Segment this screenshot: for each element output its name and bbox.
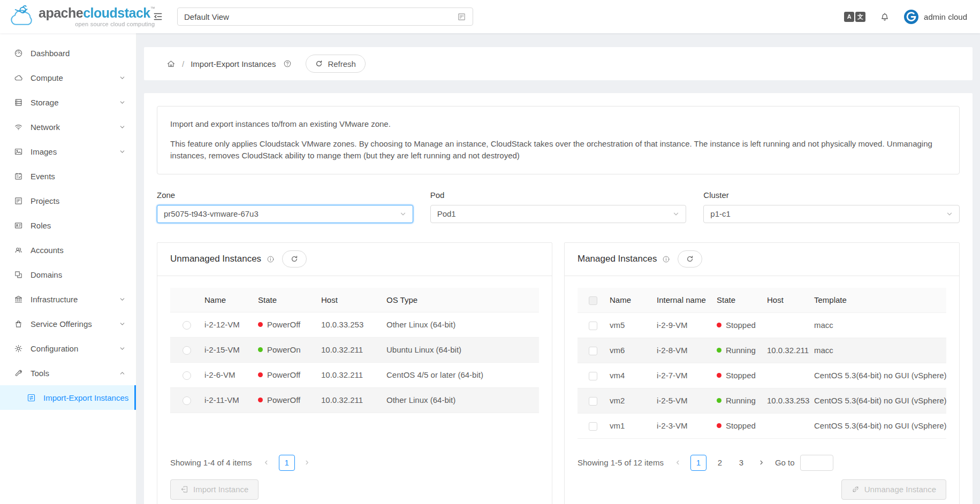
user-menu[interactable]: admin cloud: [904, 10, 967, 24]
page-button-2[interactable]: 2: [712, 455, 728, 471]
cell-os-type: Other Linux (64-bit): [382, 387, 539, 413]
sidebar-item-label: Accounts: [31, 246, 127, 255]
row-checkbox[interactable]: [589, 322, 597, 330]
cell-os-type: CentOS 4/5 or later (64-bit): [382, 362, 539, 387]
feature-description: Import and export instances to/from an e…: [157, 106, 960, 174]
page-button-1[interactable]: 1: [279, 455, 295, 471]
unmanaged-refresh-button[interactable]: [282, 250, 307, 268]
state-dot: [258, 372, 263, 377]
sidebar-item-service-offerings[interactable]: Service Offerings: [0, 311, 136, 336]
row-checkbox[interactable]: [589, 347, 597, 355]
bell-icon[interactable]: [879, 11, 890, 22]
sidebar-item-tools[interactable]: Tools: [0, 361, 136, 385]
chevron-up-icon: [119, 370, 125, 376]
table-row[interactable]: vm2 i-2-5-VM Running 10.0.33.253 CentOS …: [578, 388, 946, 413]
translate-icon[interactable]: A 文: [844, 12, 865, 22]
prev-page-button[interactable]: [671, 455, 685, 470]
select-all-checkbox[interactable]: [589, 296, 597, 305]
cell-os-type: Ubuntu Linux (64-bit): [382, 337, 539, 362]
translate-glyph-a: A: [844, 12, 854, 22]
page-button-3[interactable]: 3: [733, 455, 749, 471]
column-header-host: Host: [763, 288, 810, 313]
sidebar-item-import-export-instances[interactable]: Import-Export Instances: [0, 385, 136, 410]
sidebar-item-label: Dashboard: [31, 49, 127, 58]
sidebar-item-projects[interactable]: Projects: [0, 188, 136, 213]
row-checkbox[interactable]: [589, 397, 597, 406]
sidebar-item-images[interactable]: Images: [0, 139, 136, 164]
page-button-1[interactable]: 1: [690, 455, 706, 471]
table-row[interactable]: i-2-15-VM PowerOn 10.0.32.211 Ubuntu Lin…: [170, 337, 539, 362]
managed-pagination: Showing 1-5 of 12 items 1 2 3 Go to: [578, 455, 946, 471]
sidebar-item-dashboard[interactable]: Dashboard: [0, 41, 136, 65]
cell-host: 10.0.33.253: [763, 388, 810, 413]
table-row[interactable]: vm6 i-2-8-VM Running 10.0.32.211 macc: [578, 338, 946, 363]
sidebar-item-roles[interactable]: Roles: [0, 213, 136, 238]
top-bar: apachecloudstack™ open source cloud comp…: [0, 0, 980, 33]
row-radio[interactable]: [183, 396, 191, 405]
unmanage-instance-button[interactable]: Unmanage Instance: [841, 479, 946, 500]
managed-refresh-button[interactable]: [678, 250, 702, 268]
chevron-down-icon: [946, 211, 953, 217]
pod-field: Pod Pod1: [430, 190, 687, 223]
row-checkbox[interactable]: [589, 422, 597, 431]
table-row[interactable]: i-2-12-VM PowerOff 10.0.33.253 Other Lin…: [170, 312, 539, 337]
sidebar: Dashboard Compute Storage: [0, 33, 136, 504]
brand-apache: apache: [39, 5, 83, 20]
sidebar-item-storage[interactable]: Storage: [0, 90, 136, 114]
next-page-button[interactable]: [755, 455, 769, 470]
cell-name: i-2-15-VM: [200, 337, 254, 362]
sidebar-item-label: Compute: [31, 73, 112, 82]
goto-page-input[interactable]: [800, 455, 833, 471]
sidebar-item-domains[interactable]: Domains: [0, 262, 136, 287]
sidebar-item-label: Domains: [31, 270, 127, 279]
chevron-down-icon: [119, 124, 125, 130]
info-circle-icon[interactable]: [267, 255, 275, 263]
table-row[interactable]: vm1 i-2-3-VM Stopped CentOS 5.3(64-bit) …: [578, 413, 946, 438]
sidebar-item-accounts[interactable]: Accounts: [0, 238, 136, 262]
row-radio[interactable]: [183, 346, 191, 355]
prev-page-button[interactable]: [260, 455, 274, 470]
table-row[interactable]: vm5 i-2-9-VM Stopped macc: [578, 312, 946, 338]
row-radio[interactable]: [183, 321, 191, 330]
breadcrumb: / Import-Export Instances Refresh: [144, 47, 973, 80]
import-instance-button[interactable]: Import Instance: [170, 479, 259, 500]
table-row[interactable]: i-2-6-VM PowerOff 10.0.32.211 CentOS 4/5…: [170, 362, 539, 387]
sidebar-item-label: Network: [31, 123, 112, 132]
sidebar-item-configuration[interactable]: Configuration: [0, 336, 136, 361]
home-icon[interactable]: [166, 59, 176, 68]
pagination-summary: Showing 1-4 of 4 items: [170, 458, 252, 467]
row-radio[interactable]: [183, 371, 191, 380]
cell-name: vm2: [605, 388, 652, 413]
table-row[interactable]: vm4 i-2-7-VM Stopped CentOS 5.3(64-bit) …: [578, 363, 946, 388]
column-header-internal-name: Internal name: [652, 288, 712, 313]
sidebar-item-events[interactable]: Events: [0, 164, 136, 188]
cluster-select[interactable]: p1-c1: [703, 205, 960, 223]
sidebar-item-network[interactable]: Network: [0, 114, 136, 139]
user-avatar: [904, 10, 918, 24]
view-selector-input[interactable]: Default View: [177, 7, 473, 26]
row-checkbox[interactable]: [589, 372, 597, 380]
bank-icon: [14, 295, 23, 304]
reload-icon: [291, 255, 298, 263]
user-name: admin cloud: [924, 12, 967, 21]
menu-fold-icon[interactable]: [153, 11, 163, 22]
pod-label: Pod: [430, 190, 687, 200]
table-row[interactable]: i-2-11-VM PowerOff 10.0.32.211 Other Lin…: [170, 387, 539, 413]
cell-host: 10.0.32.211: [317, 387, 382, 413]
cell-name: vm4: [605, 363, 652, 388]
refresh-button[interactable]: Refresh: [306, 55, 366, 73]
pod-select-value: Pod1: [437, 209, 673, 218]
column-header-host: Host: [317, 288, 382, 312]
managed-instances-panel: Managed Instances: [564, 242, 960, 504]
filter-row: Zone pr5075-t943-vmware-67u3 Pod Pod1: [157, 190, 960, 223]
state-dot: [717, 423, 721, 428]
sidebar-item-infrastructure[interactable]: Infrastructure: [0, 287, 136, 311]
pod-select[interactable]: Pod1: [430, 205, 687, 223]
info-circle-icon[interactable]: [662, 255, 670, 263]
zone-select[interactable]: pr5075-t943-vmware-67u3: [157, 205, 413, 223]
sidebar-item-label: Storage: [31, 98, 112, 107]
cell-name: vm1: [605, 413, 652, 438]
question-circle-icon[interactable]: [283, 59, 292, 68]
next-page-button[interactable]: [300, 455, 314, 470]
sidebar-item-compute[interactable]: Compute: [0, 65, 136, 90]
